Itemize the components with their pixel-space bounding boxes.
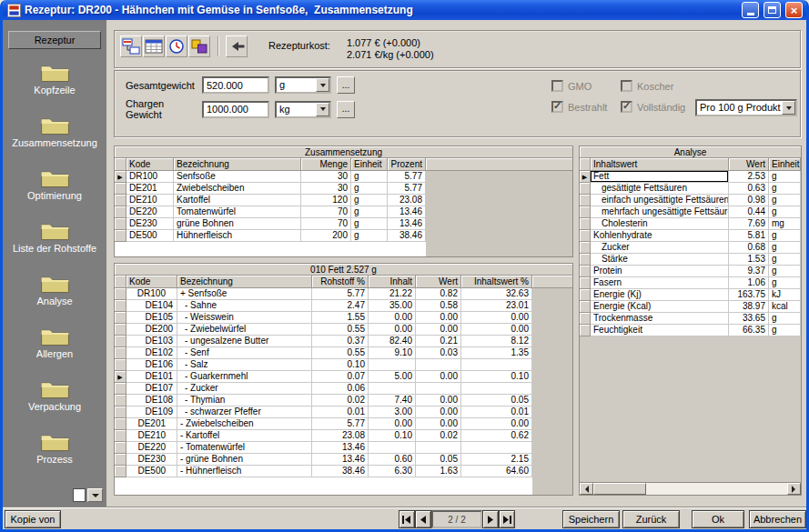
fett-table-row[interactable]: DE103 - ungesalzene Butter 0.37 82.40 0.… [115, 336, 532, 347]
fett-table-row[interactable]: DE230 - grüne Bohnen 13.46 0.60 0.05 2.1… [115, 454, 532, 466]
sidebar-item[interactable]: Prozess [3, 422, 106, 475]
nav-prev-button[interactable] [415, 510, 431, 528]
fett-table-row[interactable]: DE105 - Weisswein 1.55 0.00 0.00 0.00 [115, 312, 532, 324]
fett-table-row[interactable]: DE108 - Thymian 0.02 7.40 0.00 0.05 [115, 395, 532, 407]
chargen-browse-button[interactable]: ... [337, 101, 355, 118]
ok-button[interactable]: Ok [692, 510, 744, 528]
analysis-table-row[interactable]: Trockenmasse 33.65 g [580, 313, 801, 325]
analysis-table-row[interactable]: einfach ungesättigte Fettsäuren 0.98 g [580, 195, 801, 206]
fett-table-row[interactable]: DE102 - Senf 0.55 9.10 0.03 1.35 [115, 347, 532, 359]
cell-inhaltswert: 0.00 [461, 418, 532, 430]
fett-table-row[interactable]: DE107 - Zucker 0.06 [115, 383, 532, 395]
checkbox-bestrahlt[interactable]: Bestrahlt [551, 101, 607, 113]
cell-kode: DE103 [126, 336, 177, 347]
gesamtgewicht-input[interactable] [202, 76, 269, 94]
sidebar-item[interactable]: Optimierung [3, 158, 106, 211]
clock-icon[interactable] [166, 35, 187, 57]
gesamtgewicht-browse-button[interactable]: ... [337, 76, 355, 94]
row-marker-cell [580, 195, 591, 206]
sidebar-item[interactable]: Kopfzeile [3, 53, 106, 105]
analysis-table-row[interactable]: Kohlenhydrate 5.81 g [580, 230, 801, 242]
toolbar-separator [217, 36, 219, 56]
maximize-icon [768, 6, 776, 14]
cell-bezeichnung: Zwiebelscheiben [174, 183, 301, 195]
kopie-von-button[interactable]: Kopie von [5, 510, 61, 528]
cell-inhalt: 5.00 [369, 371, 416, 383]
chevron-down-icon[interactable] [316, 78, 329, 92]
maximize-button[interactable] [763, 2, 781, 18]
row-marker-cell [580, 242, 591, 254]
fett-table-row[interactable]: DE104 - Sahne 2.47 35.00 0.58 23.01 [115, 300, 532, 312]
cell-kode: DE500 [126, 230, 174, 242]
analysis-table-row[interactable]: Energie (Kj) 163.75 kJ [580, 289, 801, 301]
cell-bezeichnung: - ungesalzene Butter [177, 336, 312, 347]
gesamtgewicht-unit-select[interactable]: g [275, 76, 331, 94]
sidebar-item[interactable]: Zusammensetzung [3, 105, 106, 158]
composition-table-row[interactable]: DE230 grüne Bohnen 70 g 13.46 [115, 218, 426, 230]
cell-rohstoff: 5.77 [312, 418, 369, 430]
composition-table-row[interactable]: DE220 Tomatenwürfel 70 g 13.46 [115, 206, 426, 218]
analysis-table-row[interactable]: mehrfach ungesättigte Fettsäuren 0.44 g [580, 206, 801, 218]
cell-inhaltswert: Protein [591, 266, 729, 277]
analysis-table-row[interactable]: Feuchtigkeit 66.35 g [580, 325, 801, 336]
analysis-table-row[interactable]: Fasern 1.06 g [580, 277, 801, 289]
sidebar-item[interactable]: Analyse [3, 264, 106, 316]
nav-first-button[interactable] [399, 510, 415, 528]
checkbox-gmo[interactable]: GMO [551, 80, 592, 92]
sidebar-scroll-down-button[interactable] [87, 488, 103, 502]
sidebar-item[interactable]: Verpackung [3, 369, 106, 422]
analysis-table-row[interactable]: Fett 2.53 g [580, 171, 801, 183]
chevron-down-icon[interactable] [316, 103, 329, 116]
cell-einheit: g [351, 171, 388, 183]
analysis-table-row[interactable]: gesättigte Fettsäuren 0.63 g [580, 183, 801, 195]
speichern-button[interactable]: Speichern [562, 510, 620, 528]
fett-table-row[interactable]: DE500 - Hühnerfleisch 38.46 6.30 1.63 64… [115, 466, 532, 477]
nav-next-button[interactable] [482, 510, 499, 528]
checkbox-koscher[interactable]: Koscher [621, 80, 673, 92]
analysis-table-row[interactable]: Stärke 1.53 g [580, 254, 801, 266]
scroll-right-button[interactable] [787, 483, 801, 495]
per-unit-select[interactable]: Pro 100 g Produkt [695, 99, 797, 116]
analysis-table-row[interactable]: Protein 9.37 g [580, 266, 801, 277]
scroll-left-button[interactable] [580, 483, 593, 495]
cell-kode: DE210 [126, 430, 177, 442]
composition-table-row[interactable]: DR100 Senfsoße 30 g 5.77 [115, 171, 426, 183]
scrollbar-track[interactable] [646, 483, 787, 495]
cell-kode: DE102 [126, 347, 177, 359]
assign-left-arrow-icon[interactable] [226, 35, 248, 57]
chart-icon[interactable] [188, 35, 210, 57]
fett-table-row[interactable]: DE200 - Zwiebelwürfel 0.55 0.00 0.00 0.0… [115, 324, 532, 336]
scrollbar-thumb[interactable] [593, 483, 646, 495]
chargen-gewicht-input[interactable] [202, 101, 269, 118]
cell-kode: DR100 [126, 288, 177, 300]
chevron-down-icon[interactable] [782, 101, 795, 115]
abbrechen-button[interactable]: Abbrechen [749, 510, 806, 528]
fett-table-row[interactable]: DE220 - Tomatenwürfel 13.46 [115, 442, 532, 454]
fett-table-row[interactable]: DE109 - schwarzer Pfeffer 0.01 3.00 0.00… [115, 407, 532, 418]
composition-table-row[interactable]: DE500 Hühnerfleisch 200 g 38.46 [115, 230, 426, 242]
analysis-table-row[interactable]: Zucker 0.68 g [580, 242, 801, 254]
checkbox-vollstaendig[interactable]: Vollständig [621, 101, 685, 113]
gesamtgewicht-label: Gesamtgewicht [126, 80, 202, 91]
minimize-button[interactable] [742, 2, 759, 18]
fett-table-row[interactable]: DE106 - Salz 0.10 [115, 359, 532, 371]
cell-wert: 2.53 [729, 171, 769, 183]
structure-view-icon[interactable] [120, 35, 142, 57]
nav-last-button[interactable] [499, 510, 515, 528]
fett-table-row[interactable]: DE201 - Zwiebelscheiben 5.77 0.00 0.00 0… [115, 418, 532, 430]
sidebar-item[interactable]: Liste der Rohstoffe [3, 211, 106, 264]
analysis-table-row[interactable]: Energie (Kcal) 38.97 kcal [580, 301, 801, 313]
zurueck-button[interactable]: Zurück [622, 510, 680, 528]
close-button[interactable]: × [785, 2, 803, 18]
fett-table-row[interactable]: DE101 - Guarkernmehl 0.07 5.00 0.00 0.10 [115, 371, 532, 383]
fett-table-row[interactable]: DE210 - Kartoffel 23.08 0.10 0.02 0.62 [115, 430, 532, 442]
sidebar-item[interactable]: Allergen [3, 316, 106, 369]
chargen-unit-select[interactable]: kg [275, 101, 331, 118]
analysis-table-row[interactable]: Cholesterin 7.69 mg [580, 218, 801, 230]
table-view-icon[interactable] [143, 35, 165, 57]
composition-table-row[interactable]: DE210 Kartoffel 120 g 23.08 [115, 195, 426, 206]
fett-table-row[interactable]: DR100 + Senfsoße 5.77 21.22 0.82 32.63 [115, 288, 532, 300]
sidebar-item-label: Kopfzeile [34, 85, 75, 95]
composition-table-row[interactable]: DE201 Zwiebelscheiben 30 g 5.77 [115, 183, 426, 195]
analysis-horizontal-scrollbar[interactable] [580, 482, 801, 495]
